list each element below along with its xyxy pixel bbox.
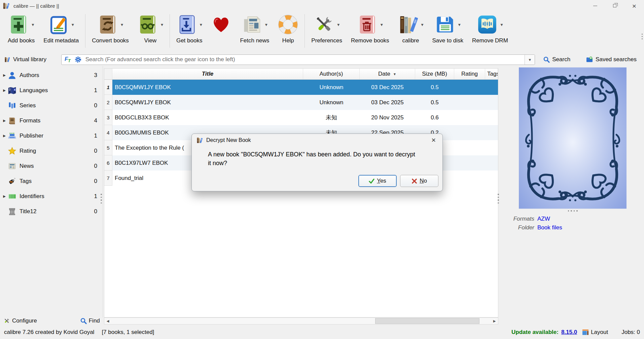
chevron-down-icon[interactable]: ▾ bbox=[500, 22, 503, 27]
scroll-left-button[interactable]: ◀ bbox=[104, 318, 111, 324]
column-header-tags[interactable]: Tags bbox=[485, 69, 498, 79]
toolbar-remove-drm[interactable]: ▾ Remove DRM bbox=[468, 13, 512, 44]
cell-rating[interactable] bbox=[454, 110, 485, 125]
cell-tags[interactable] bbox=[485, 171, 498, 186]
cell-rating[interactable] bbox=[454, 80, 485, 95]
cell-tags[interactable] bbox=[485, 80, 498, 95]
sidebar-item-rating[interactable]: Rating 0 bbox=[0, 143, 103, 158]
row-number[interactable]: 3 bbox=[104, 110, 112, 125]
row-number[interactable]: 4 bbox=[104, 125, 112, 140]
cell-date[interactable]: 20 Nov 2025 bbox=[360, 110, 415, 125]
table-row[interactable]: 1 B0C5QMW1JY EBOK Unknown 03 Dec 2025 0.… bbox=[104, 80, 498, 95]
row-number[interactable]: 5 bbox=[104, 140, 112, 155]
search-button[interactable]: Search bbox=[543, 56, 570, 63]
restore-button[interactable] bbox=[605, 0, 624, 11]
toolbar-fetch-news[interactable]: ▾ Fetch news bbox=[236, 13, 274, 44]
search-dropdown-button[interactable]: ▾ bbox=[525, 55, 535, 65]
jobs-status[interactable]: Jobs: 0 bbox=[621, 329, 640, 336]
chevron-down-icon[interactable]: ▾ bbox=[265, 22, 267, 27]
chevron-down-icon[interactable]: ▾ bbox=[458, 22, 461, 27]
gear-icon[interactable] bbox=[75, 56, 81, 63]
cell-tags[interactable] bbox=[485, 125, 498, 140]
sidebar-splitter[interactable] bbox=[103, 66, 103, 317]
yes-button[interactable]: Yes bbox=[358, 175, 397, 187]
sidebar-item-news[interactable]: News 0 bbox=[0, 158, 103, 174]
save-to-disk-icon[interactable] bbox=[435, 14, 455, 35]
toolbar-convert-books[interactable]: ▾ Convert books bbox=[87, 13, 133, 44]
toolbar-donate[interactable] bbox=[207, 13, 236, 37]
edit-metadata-icon[interactable] bbox=[48, 14, 69, 35]
toolbar-overflow-icon[interactable] bbox=[642, 34, 643, 39]
cover-panel-splitter-grip[interactable] bbox=[498, 194, 499, 203]
toolbar-edit-metadata[interactable]: ▾ Edit metadata bbox=[39, 13, 83, 44]
scrollbar-thumb[interactable] bbox=[375, 318, 479, 324]
help-lifebuoy-icon[interactable] bbox=[278, 14, 298, 35]
convert-books-icon[interactable] bbox=[98, 14, 118, 35]
cell-size[interactable]: 0.6 bbox=[415, 110, 454, 125]
chevron-down-icon[interactable]: ▾ bbox=[200, 22, 202, 27]
sidebar-item-identifiers[interactable]: ▶ Identifiers 1 bbox=[0, 189, 103, 204]
sidebar-splitter-grip[interactable] bbox=[101, 194, 102, 203]
chevron-down-icon[interactable]: ▾ bbox=[381, 22, 383, 27]
toolbar-help[interactable]: Help bbox=[274, 13, 302, 44]
chevron-down-icon[interactable]: ▾ bbox=[121, 22, 123, 27]
chevron-down-icon[interactable]: ▾ bbox=[421, 22, 423, 27]
expand-arrow-icon[interactable]: ▶ bbox=[2, 134, 7, 138]
minimize-button[interactable] bbox=[585, 0, 605, 11]
horizontal-scrollbar[interactable]: ◀ ▶ bbox=[104, 317, 498, 325]
row-number[interactable]: 1 bbox=[104, 80, 112, 95]
column-header-authors[interactable]: Author(s) bbox=[303, 69, 360, 79]
sidebar-item-tags[interactable]: Tags 0 bbox=[0, 174, 103, 189]
cell-rating[interactable] bbox=[454, 140, 485, 155]
toolbar-view[interactable]: ▾ View bbox=[133, 13, 168, 44]
cell-title[interactable]: B0C5QMW1JY EBOK bbox=[112, 95, 303, 110]
cell-tags[interactable] bbox=[485, 110, 498, 125]
folder-link[interactable]: Book files bbox=[537, 224, 562, 231]
row-number[interactable]: 6 bbox=[104, 155, 112, 171]
cell-tags[interactable] bbox=[485, 140, 498, 155]
cell-rating[interactable] bbox=[454, 125, 485, 140]
fetch-news-icon[interactable] bbox=[242, 14, 262, 35]
configure-button[interactable]: Configure bbox=[3, 317, 37, 324]
remove-books-icon[interactable] bbox=[357, 14, 378, 35]
cell-tags[interactable] bbox=[485, 155, 498, 171]
cell-size[interactable]: 0.5 bbox=[415, 80, 454, 95]
row-number[interactable]: 7 bbox=[104, 171, 112, 186]
toolbar-calibre-library[interactable]: ▾ calibre bbox=[393, 13, 428, 44]
layout-button[interactable]: Layout bbox=[582, 329, 608, 336]
cover-splitter-grip[interactable] bbox=[501, 210, 644, 212]
view-icon[interactable] bbox=[138, 14, 158, 35]
close-button[interactable]: × bbox=[624, 0, 644, 11]
table-row[interactable]: 3 B0DGCLB3X3 EBOK 未知 20 Nov 2025 0.6 bbox=[104, 110, 498, 125]
cell-date[interactable]: 03 Dec 2025 bbox=[360, 80, 415, 95]
sidebar-item-formats[interactable]: ▶ Formats 4 bbox=[0, 113, 103, 128]
cell-tags[interactable] bbox=[485, 95, 498, 110]
chevron-down-icon[interactable]: ▾ bbox=[32, 22, 34, 27]
toolbar-add-books[interactable]: ▾ Add books bbox=[3, 13, 39, 44]
column-header-date[interactable]: Date ▼ bbox=[360, 69, 415, 79]
book-cover[interactable] bbox=[519, 67, 627, 209]
cell-rating[interactable] bbox=[454, 171, 485, 186]
column-header-rating[interactable]: Rating bbox=[454, 69, 485, 79]
sidebar-item-title12[interactable]: Title12 0 bbox=[0, 204, 103, 219]
scroll-right-button[interactable]: ▶ bbox=[491, 318, 498, 324]
chevron-down-icon[interactable]: ▾ bbox=[161, 22, 163, 27]
cell-date[interactable]: 03 Dec 2025 bbox=[360, 95, 415, 110]
virtual-library-button[interactable]: Virtual library bbox=[4, 56, 46, 63]
formats-link[interactable]: AZW bbox=[537, 216, 550, 222]
toolbar-save-to-disk[interactable]: ▾ Save to disk bbox=[428, 13, 468, 44]
get-books-icon[interactable] bbox=[177, 14, 197, 35]
cell-rating[interactable] bbox=[454, 95, 485, 110]
chevron-down-icon[interactable]: ▾ bbox=[337, 22, 339, 27]
table-row[interactable]: 2 B0C5QMW1JY EBOK Unknown 03 Dec 2025 0.… bbox=[104, 95, 498, 110]
expand-arrow-icon[interactable]: ▶ bbox=[2, 119, 7, 122]
sidebar-item-languages[interactable]: ▶ Languages 1 bbox=[0, 83, 103, 98]
find-button[interactable]: Find bbox=[80, 317, 100, 324]
expand-arrow-icon[interactable]: ▶ bbox=[2, 88, 7, 92]
expand-arrow-icon[interactable]: ▶ bbox=[2, 73, 7, 77]
expand-arrow-icon[interactable]: ▶ bbox=[2, 194, 7, 198]
cell-authors[interactable]: Unknown bbox=[303, 80, 360, 95]
column-header-title[interactable]: Title bbox=[112, 69, 303, 79]
row-number-header[interactable] bbox=[104, 69, 112, 79]
scrollbar-track[interactable] bbox=[111, 318, 491, 324]
